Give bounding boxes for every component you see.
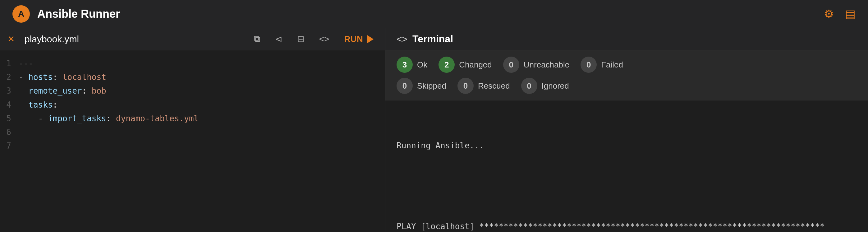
badge-ignored: 0 Ignored xyxy=(521,78,569,94)
badge-skipped: 0 Skipped xyxy=(397,78,446,94)
badge-ok-label: Ok xyxy=(417,60,427,70)
save-button[interactable]: ⊟ xyxy=(293,31,308,47)
code-line-1: 1 --- xyxy=(0,57,385,70)
badge-skipped-value: 0 xyxy=(397,78,413,94)
badge-changed-value: 2 xyxy=(438,57,455,73)
code-view-button[interactable]: <> xyxy=(315,32,333,47)
terminal-line-1: Running Ansible... xyxy=(397,138,857,153)
badge-ok: 3 Ok xyxy=(397,57,427,73)
terminal-line-2: PLAY [localhost] ***********************… xyxy=(397,219,857,232)
code-line-5: 5 - import_tasks: dynamo-tables.yml xyxy=(0,112,385,125)
status-badges: 3 Ok 2 Changed 0 Unreachable 0 Failed xyxy=(385,50,868,100)
code-line-2: 2 - hosts: localhost xyxy=(0,70,385,84)
terminal-header: <> Terminal xyxy=(385,28,868,50)
terminal-title: Terminal xyxy=(412,33,453,45)
status-row-1: 3 Ok 2 Changed 0 Unreachable 0 Failed xyxy=(397,57,857,73)
main-area: ✕ playbook.yml ⧉ ⊲ ⊟ <> RUN 1 --- 2 - ho… xyxy=(0,28,868,232)
tab-close-button[interactable]: ✕ xyxy=(7,34,14,44)
code-editor[interactable]: 1 --- 2 - hosts: localhost 3 remote_user… xyxy=(0,50,385,232)
editor-panel: ✕ playbook.yml ⧉ ⊲ ⊟ <> RUN 1 --- 2 - ho… xyxy=(0,28,385,232)
run-button[interactable]: RUN xyxy=(340,32,377,47)
external-link-button[interactable]: ⧉ xyxy=(250,31,264,47)
app-logo: A xyxy=(12,5,30,23)
badge-failed: 0 Failed xyxy=(581,57,623,73)
run-triangle-icon xyxy=(367,35,374,44)
code-line-6: 6 xyxy=(0,125,385,139)
badge-changed: 2 Changed xyxy=(438,57,492,73)
topbar-actions: ⚙ ▤ xyxy=(824,7,856,21)
badge-unreachable: 0 Unreachable xyxy=(503,57,569,73)
settings-icon[interactable]: ⚙ xyxy=(824,7,834,21)
terminal-code-icon: <> xyxy=(397,34,407,45)
badge-failed-label: Failed xyxy=(601,60,623,70)
code-line-4: 4 tasks: xyxy=(0,98,385,112)
code-line-3: 3 remote_user: bob xyxy=(0,84,385,98)
topbar: A Ansible Runner ⚙ ▤ xyxy=(0,0,868,28)
badge-changed-label: Changed xyxy=(459,60,492,70)
terminal-output[interactable]: Running Ansible... PLAY [localhost] ****… xyxy=(385,100,868,232)
editor-tabs: ✕ playbook.yml ⧉ ⊲ ⊟ <> RUN xyxy=(0,28,385,50)
code-line-7: 7 xyxy=(0,139,385,153)
badge-rescued-label: Rescued xyxy=(478,81,510,91)
badge-rescued: 0 Rescued xyxy=(458,78,510,94)
status-row-2: 0 Skipped 0 Rescued 0 Ignored xyxy=(397,78,857,94)
run-label: RUN xyxy=(344,34,363,44)
log-icon[interactable]: ▤ xyxy=(845,7,856,21)
badge-rescued-value: 0 xyxy=(458,78,474,94)
badge-ok-value: 3 xyxy=(397,57,413,73)
badge-unreachable-value: 0 xyxy=(503,57,519,73)
tab-filename: playbook.yml xyxy=(25,34,79,45)
app-title: Ansible Runner xyxy=(37,7,824,21)
badge-skipped-label: Skipped xyxy=(417,81,446,91)
terminal-blank-1 xyxy=(397,183,857,190)
terminal-panel: <> Terminal 3 Ok 2 Changed 0 Unreachable… xyxy=(385,28,868,232)
badge-ignored-value: 0 xyxy=(521,78,537,94)
share-button[interactable]: ⊲ xyxy=(271,31,286,47)
badge-ignored-label: Ignored xyxy=(542,81,569,91)
badge-failed-value: 0 xyxy=(581,57,597,73)
badge-unreachable-label: Unreachable xyxy=(524,60,569,70)
